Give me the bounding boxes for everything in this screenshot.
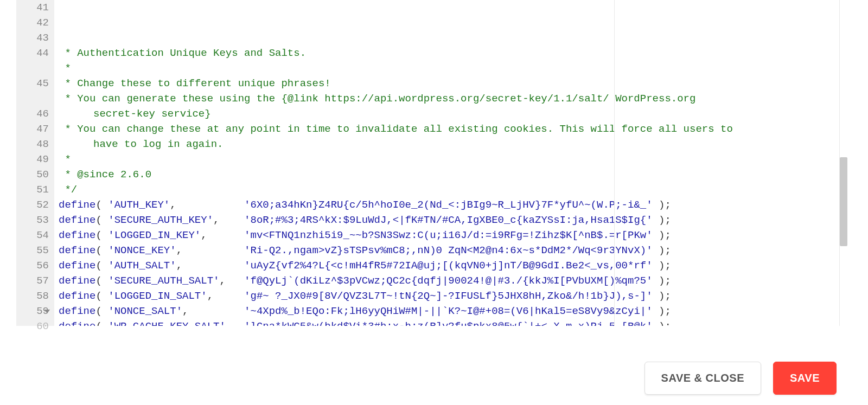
editor-footer: SAVE & CLOSE SAVE — [0, 351, 847, 405]
line-number-gutter: 4142434445464748495051525354555657585960 — [16, 0, 54, 326]
print-margin — [614, 0, 615, 326]
code-editor[interactable]: 4142434445464748495051525354555657585960… — [16, 0, 840, 326]
fold-icon[interactable] — [44, 310, 50, 313]
vertical-scrollbar[interactable] — [840, 0, 847, 326]
scrollbar-thumb[interactable] — [840, 157, 847, 246]
code-content[interactable]: * Authentication Unique Keys and Salts. … — [54, 0, 839, 326]
save-button[interactable]: SAVE — [773, 362, 837, 395]
save-and-close-button[interactable]: SAVE & CLOSE — [644, 362, 761, 395]
